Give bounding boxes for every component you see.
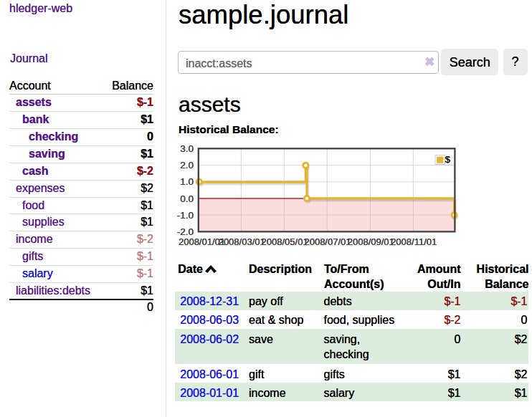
svg-text:2008/03/01: 2008/03/01	[219, 236, 265, 247]
svg-text:$: $	[445, 154, 451, 165]
svg-text:2008/09/01: 2008/09/01	[348, 236, 394, 247]
svg-text:2008/05/01: 2008/05/01	[262, 236, 308, 247]
svg-text:-2.0: -2.0	[177, 226, 194, 237]
svg-text:0.0: 0.0	[180, 193, 194, 204]
svg-text:1.0: 1.0	[180, 176, 194, 187]
svg-text:2.0: 2.0	[180, 160, 194, 171]
svg-text:3.0: 3.0	[180, 143, 194, 154]
svg-text:-1.0: -1.0	[177, 210, 194, 221]
svg-text:2008/11/01: 2008/11/01	[391, 236, 437, 247]
svg-text:2008/07/01: 2008/07/01	[304, 236, 351, 247]
